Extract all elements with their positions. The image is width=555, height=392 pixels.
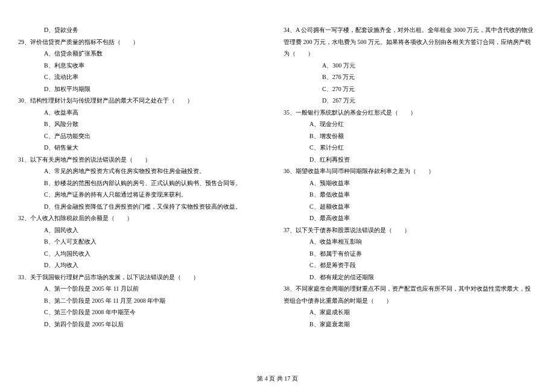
question-option: B、最低收益率 — [284, 189, 537, 201]
question-stem: 31、以下有关房地产投资的说法错误的是（ ） — [18, 154, 271, 166]
question-stem: 36、期望收益率与同币种同期限存款利率之差为（ ） — [284, 165, 537, 177]
question-option: A、收益率高 — [18, 107, 271, 119]
question-option: C、累计分红 — [284, 142, 537, 154]
question-option: A、现金分红 — [284, 118, 537, 130]
left-column: D、贷款业务29、评价信贷资产质量的指标不包括（ ）A、信贷余额扩张系数B、利息… — [18, 24, 271, 330]
question-option: A、300 万元 — [284, 60, 537, 72]
question-option: B、家庭衰老期 — [284, 318, 537, 330]
question-option: A、国民收入 — [18, 224, 271, 236]
question-option: D、最高收益率 — [284, 212, 537, 224]
question-option: B、个人可支配收入 — [18, 236, 271, 248]
question-option: D、第四个阶段是 2005 年以后 — [18, 318, 271, 330]
question-option: A、第一个阶段是 2005 年 11 月以前 — [18, 283, 271, 295]
question-option: B、276 万元 — [284, 71, 537, 83]
question-option: C、270 万元 — [284, 83, 537, 95]
question-option: B、增发份额 — [284, 130, 537, 142]
question-option: D、销售量大 — [18, 142, 271, 154]
question-option: B、利息实收率 — [18, 60, 271, 72]
question-continuation: 为（ ） — [284, 48, 537, 60]
question-option: D、人均收入 — [18, 259, 271, 271]
question-option: D、住房金融投资降低了住房投资的门槛，又保持了实物投资较高的收益。 — [18, 201, 271, 213]
question-option: D、贷款业务 — [18, 24, 271, 36]
question-option: A、常见的房地产投资方式有住房实物投资和住房金融投资。 — [18, 165, 271, 177]
question-option: C、房地产证券的持有人只能通过将证券变现来获利。 — [18, 189, 271, 201]
page-content: D、贷款业务29、评价信贷资产质量的指标不包括（ ）A、信贷余额扩张系数B、利息… — [0, 0, 555, 348]
question-option: C、第三个阶段是 2008 年中期至今 — [18, 306, 271, 318]
question-option: A、收益率相互影响 — [284, 236, 537, 248]
right-column: 34、A 公司拥有一写字楼，配套设施齐全，对外出租。全年租金 3000 万元，其… — [284, 24, 537, 330]
question-option: D、红利再投资 — [284, 154, 537, 166]
question-option: C、产品功能突出 — [18, 130, 271, 142]
question-continuation: 资组合中债券比重最高的时期是（ ） — [284, 295, 537, 307]
question-stem: 34、A 公司拥有一写字楼，配套设施齐全，对外出租。全年租金 3000 万元，其… — [284, 24, 537, 36]
question-option: B、第二个阶段是 2005 年 11 月至 2008 年中期 — [18, 295, 271, 307]
question-stem: 30、结构性理财计划与传统理财产品的最大不同之处在于（ ） — [18, 95, 271, 107]
question-stem: 37、以下关于债券和股票说法错误的是（ ） — [284, 224, 537, 236]
question-option: C、都是筹资手段 — [284, 259, 537, 271]
question-option: D、都有规定的偿还期限 — [284, 271, 537, 283]
question-continuation: 管理费 200 万元，水电费为 500 万元。如果将各项收入分别由各相关方签订合… — [284, 36, 537, 48]
question-option: B、炒楼花的范围包括内部认购的房号、正式认购的认购书、预售合同等。 — [18, 177, 271, 189]
question-option: A、预期收益率 — [284, 177, 537, 189]
question-stem: 32、个人收入扣除税款后的余额是（ ） — [18, 212, 271, 224]
question-stem: 33、关于我国银行理财产品市场的发展，以下说法错误的是（ ） — [18, 271, 271, 283]
question-option: A、家庭成长期 — [284, 306, 537, 318]
question-option: C、人均国民收入 — [18, 248, 271, 260]
question-option: C、流动比率 — [18, 71, 271, 83]
question-option: B、风险分散 — [18, 118, 271, 130]
question-option: D、加权平均期限 — [18, 83, 271, 95]
question-option: B、都属于有价证券 — [284, 248, 537, 260]
question-option: D、267 万元 — [284, 95, 537, 107]
question-stem: 29、评价信贷资产质量的指标不包括（ ） — [18, 36, 271, 48]
question-option: A、信贷余额扩张系数 — [18, 48, 271, 60]
question-stem: 38、不同家庭生命周期的理财重点不同，资产配置也应有所不同，其中对收益性需求最大… — [284, 283, 537, 295]
question-stem: 35、一般银行系统默认的基金分红形式是（ ） — [284, 107, 537, 119]
page-footer: 第 4 页 共 17 页 — [0, 375, 555, 383]
question-option: C、超额收益率 — [284, 201, 537, 213]
